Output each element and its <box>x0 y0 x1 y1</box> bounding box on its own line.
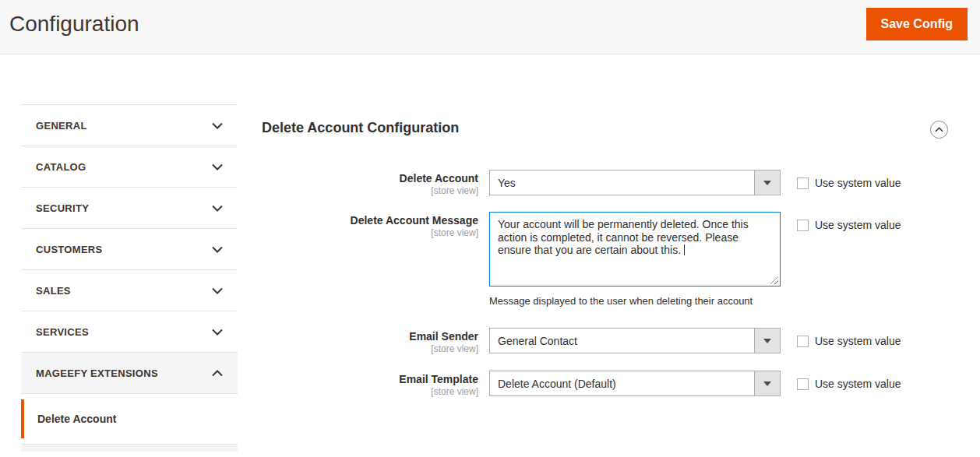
field-label-cell: Email Sender [store view] <box>261 328 478 355</box>
circled-chevron-up-icon <box>935 127 943 132</box>
sidebar-section-security[interactable]: SECURITY <box>21 188 238 229</box>
dropdown-arrow-button[interactable] <box>754 371 780 395</box>
sidebar-item-delete-account[interactable]: Delete Account <box>21 394 238 445</box>
field-control-cell: Your account will be permanently deleted… <box>489 212 781 307</box>
checkbox-label: Use system value <box>815 219 901 231</box>
field-control-cell: Delete Account (Default) <box>489 371 781 396</box>
field-row-delete-account: Delete Account [store view] Yes Use syst… <box>261 170 901 197</box>
field-control-cell: General Contact <box>489 328 781 353</box>
chevron-down-icon <box>212 246 223 253</box>
sidebar-section-label: CUSTOMERS <box>36 244 103 255</box>
field-row-delete-account-message: Delete Account Message [store view] Your… <box>261 212 901 307</box>
use-system-value-checkbox[interactable] <box>797 336 809 347</box>
field-scope: [store view] <box>261 343 478 355</box>
field-label: Email Sender <box>261 330 478 343</box>
use-system-value-checkbox[interactable] <box>797 220 809 231</box>
triangle-down-icon <box>763 381 771 386</box>
sidebar-section-label: GENERAL <box>36 120 87 132</box>
email-template-select[interactable]: Delete Account (Default) <box>489 371 781 396</box>
chevron-down-icon <box>212 329 223 336</box>
select-value: General Contact <box>498 335 577 347</box>
page-header: Configuration Save Config <box>0 0 980 54</box>
field-scope: [store view] <box>261 185 478 197</box>
sidebar-section-label: SERVICES <box>36 326 89 338</box>
sidebar-section-general[interactable]: GENERAL <box>21 105 238 146</box>
page-title: Configuration <box>9 12 139 37</box>
use-system-value-row: Use system value <box>797 219 901 231</box>
field-label-cell: Email Template [store view] <box>261 371 478 398</box>
sidebar-item-label: Delete Account <box>37 413 116 425</box>
sidebar-section-label: CATALOG <box>36 161 86 173</box>
sidebar-section-label: SECURITY <box>36 202 89 214</box>
section-collapse-button[interactable] <box>930 121 948 139</box>
field-label-cell: Delete Account [store view] <box>261 170 478 197</box>
text-cursor <box>684 244 685 255</box>
config-nav-sidebar: GENERAL CATALOG SECURITY CUSTOMERS SALES… <box>21 104 238 452</box>
save-config-button[interactable]: Save Config <box>866 8 968 40</box>
chevron-up-icon <box>212 370 223 377</box>
email-sender-select[interactable]: General Contact <box>489 328 781 353</box>
chevron-down-icon <box>212 163 223 170</box>
textarea-value: Your account will be permanently deleted… <box>498 218 749 256</box>
select-value: Yes <box>498 177 516 189</box>
sidebar-section-services[interactable]: SERVICES <box>21 311 238 353</box>
use-system-value-checkbox[interactable] <box>797 178 809 189</box>
delete-account-select[interactable]: Yes <box>489 170 781 195</box>
resize-handle-icon[interactable] <box>770 276 778 284</box>
select-value: Delete Account (Default) <box>498 378 616 390</box>
checkbox-label: Use system value <box>815 177 901 189</box>
sidebar-section-label: MAGEEFY EXTENSIONS <box>36 367 158 379</box>
sidebar-section-catalog[interactable]: CATALOG <box>21 146 238 188</box>
field-label: Delete Account <box>261 172 478 185</box>
field-label: Email Template <box>261 373 478 386</box>
chevron-down-icon <box>212 287 223 294</box>
field-note: Message displayed to the user when delet… <box>489 295 781 307</box>
dropdown-arrow-button[interactable] <box>754 329 780 353</box>
field-label: Delete Account Message <box>261 214 478 227</box>
chevron-down-icon <box>212 122 223 129</box>
chevron-down-icon <box>212 205 223 212</box>
sidebar-section-sales[interactable]: SALES <box>21 270 238 311</box>
triangle-down-icon <box>763 181 771 185</box>
sidebar-section-label: SALES <box>36 285 71 297</box>
dropdown-arrow-button[interactable] <box>754 170 780 195</box>
sidebar-section-mageefy-extensions[interactable]: MAGEEFY EXTENSIONS <box>21 353 238 394</box>
field-row-email-sender: Email Sender [store view] General Contac… <box>261 328 901 355</box>
sidebar-next-row-strip <box>21 445 238 452</box>
use-system-value-checkbox[interactable] <box>797 378 809 390</box>
checkbox-label: Use system value <box>815 335 901 347</box>
checkbox-label: Use system value <box>815 378 901 390</box>
delete-account-message-textarea[interactable]: Your account will be permanently deleted… <box>489 212 781 287</box>
triangle-down-icon <box>763 339 771 343</box>
sidebar-section-customers[interactable]: CUSTOMERS <box>21 229 238 270</box>
field-scope: [store view] <box>261 386 478 398</box>
field-control-cell: Yes <box>489 170 781 195</box>
section-title: Delete Account Configuration <box>262 120 459 136</box>
use-system-value-row: Use system value <box>797 378 901 390</box>
field-label-cell: Delete Account Message [store view] <box>261 212 478 239</box>
field-row-email-template: Email Template [store view] Delete Accou… <box>261 371 901 398</box>
use-system-value-row: Use system value <box>797 335 901 347</box>
field-scope: [store view] <box>261 227 478 239</box>
use-system-value-row: Use system value <box>797 177 901 189</box>
